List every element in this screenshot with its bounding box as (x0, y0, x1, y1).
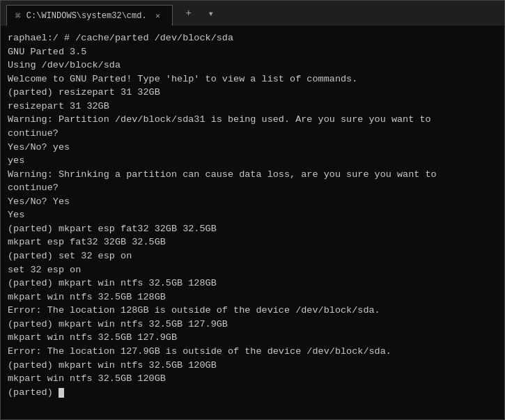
terminal-line: (parted) set 32 esp on (8, 249, 497, 263)
terminal-line: continue? (8, 181, 497, 195)
cmd-icon: ⌘ (15, 10, 21, 22)
terminal-line: mkpart win ntfs 32.5GB 120GB (8, 372, 497, 386)
titlebar: ⌘ C:\WINDOWS\system32\cmd. ✕ + ▾ (1, 1, 504, 26)
terminal-line: Yes/No? Yes (8, 195, 497, 209)
terminal-line: raphael:/ # /cache/parted /dev/block/sda (8, 31, 497, 45)
titlebar-actions: + ▾ (178, 3, 222, 24)
tab-title: C:\WINDOWS\system32\cmd. (26, 11, 147, 21)
terminal-line: Error: The location 127.9GB is outside o… (8, 345, 497, 359)
terminal-line: (parted) resizepart 31 32GB (8, 86, 497, 100)
terminal-line: set 32 esp on (8, 263, 497, 277)
terminal-line: mkpart win ntfs 32.5GB 127.9GB (8, 331, 497, 345)
terminal-line: continue? (8, 127, 497, 141)
terminal-window: ⌘ C:\WINDOWS\system32\cmd. ✕ + ▾ raphael… (0, 0, 505, 420)
active-tab[interactable]: ⌘ C:\WINDOWS\system32\cmd. ✕ (6, 5, 173, 26)
dropdown-button[interactable]: ▾ (201, 3, 222, 24)
terminal-line: Using /dev/block/sda (8, 59, 497, 72)
terminal-body[interactable]: raphael:/ # /cache/parted /dev/block/sda… (1, 26, 504, 419)
terminal-line: Yes (8, 208, 497, 222)
terminal-line: mkpart win ntfs 32.5GB 128GB (8, 290, 497, 304)
terminal-line: mkpart esp fat32 32GB 32.5GB (8, 235, 497, 249)
terminal-output: raphael:/ # /cache/parted /dev/block/sda… (8, 31, 497, 399)
terminal-line: (parted) mkpart esp fat32 32GB 32.5GB (8, 222, 497, 236)
terminal-line: Error: The location 128GB is outside of … (8, 304, 497, 318)
terminal-line: (parted) mkpart win ntfs 32.5GB 120GB (8, 359, 497, 373)
terminal-line: resizepart 31 32GB (8, 100, 497, 114)
terminal-line: Welcome to GNU Parted! Type 'help' to vi… (8, 72, 497, 86)
terminal-line: (parted) (8, 386, 497, 400)
cursor (59, 388, 64, 398)
terminal-line: yes (8, 154, 497, 168)
terminal-line: (parted) mkpart win ntfs 32.5GB 127.9GB (8, 318, 497, 332)
tab-close-button[interactable]: ✕ (153, 10, 164, 22)
terminal-line: Warning: Shrinking a partition can cause… (8, 168, 497, 182)
terminal-line: (parted) mkpart win ntfs 32.5GB 128GB (8, 277, 497, 290)
terminal-line: Warning: Partition /dev/block/sda31 is b… (8, 113, 497, 127)
new-tab-button[interactable]: + (178, 3, 199, 24)
terminal-line: Yes/No? yes (8, 141, 497, 155)
terminal-line: GNU Parted 3.5 (8, 45, 497, 59)
